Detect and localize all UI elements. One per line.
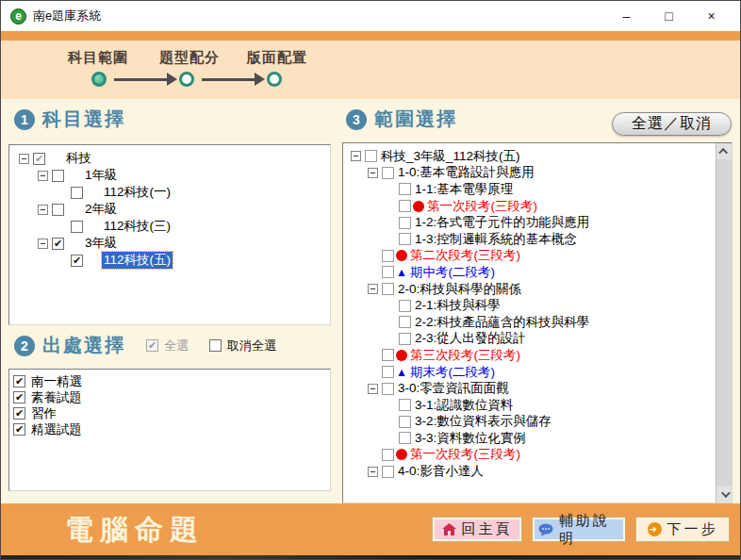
tree-item-label[interactable]: 第一次段考(三段考) (408, 446, 522, 463)
tree-item-label[interactable]: 期中考(二段考) (408, 264, 497, 281)
range-tree-row[interactable]: ▲期末考(二段考) (347, 364, 712, 381)
tree-item-label[interactable]: 2-2:科技產品蘊含的科技與科學 (413, 314, 591, 331)
maximize-button[interactable]: □ (648, 1, 690, 31)
range-tree-row[interactable]: 2-1:科技與科學 (347, 297, 712, 314)
tree-item-label[interactable]: 1-1:基本電學原理 (413, 181, 515, 198)
select-toggle-all-button[interactable]: 全選／取消 (612, 112, 732, 136)
tree-item-checkbox[interactable] (399, 333, 411, 345)
source-item-label[interactable]: 習作 (29, 405, 58, 422)
scroll-up-icon[interactable] (716, 143, 733, 159)
tree-item-checkbox[interactable] (382, 266, 394, 278)
source-list-item[interactable]: 精選試題 (13, 421, 326, 437)
tree-item-label[interactable]: 2-3:從人出發的設計 (413, 330, 528, 347)
tree-item-label[interactable]: 2年級 (83, 201, 120, 218)
tree-item-checkbox[interactable] (382, 366, 394, 378)
range-tree-row[interactable]: 1-3:控制邏輯系統的基本概念 (347, 231, 712, 248)
tree-expand-toggle-icon[interactable] (368, 284, 378, 294)
tree-item-checkbox[interactable] (399, 200, 411, 212)
tree-item-label[interactable]: 1-0:基本電路設計與應用 (396, 164, 536, 181)
tree-item-checkbox[interactable] (71, 187, 83, 199)
deselect-all-checkbox[interactable]: 取消全選 (209, 338, 276, 354)
tree-item-label[interactable]: 3年級 (83, 235, 120, 252)
tree-item-label[interactable]: 期末考(二段考) (408, 364, 497, 381)
source-item-checkbox[interactable] (13, 423, 25, 436)
source-list-item[interactable]: 素養試題 (13, 389, 326, 405)
tree-item-checkbox[interactable] (382, 466, 394, 478)
range-tree-row[interactable]: 1-1:基本電學原理 (347, 181, 712, 198)
tree-expand-toggle-icon[interactable] (368, 467, 378, 477)
scroll-down-icon[interactable] (716, 486, 733, 502)
tree-expand-toggle-icon[interactable] (38, 239, 48, 249)
subject-tree-row[interactable]: 112科技(三) (11, 218, 328, 235)
select-all-checkbox[interactable]: 全選 (146, 338, 189, 354)
subject-tree-row[interactable]: 2年級 (11, 201, 328, 218)
tree-item-checkbox[interactable] (382, 349, 394, 361)
tree-item-checkbox[interactable] (71, 221, 83, 233)
tree-item-checkbox[interactable] (382, 250, 394, 262)
help-button[interactable]: 輔助說明 (532, 517, 626, 542)
source-item-label[interactable]: 素養試題 (29, 389, 84, 406)
tree-expand-toggle-icon[interactable] (368, 168, 378, 178)
tree-item-checkbox[interactable] (382, 383, 394, 395)
range-tree-row[interactable]: 2-0:科技與科學的關係 (347, 281, 712, 298)
range-tree-row[interactable]: 2-2:科技產品蘊含的科技與科學 (347, 314, 712, 331)
source-item-label[interactable]: 精選試題 (29, 421, 84, 438)
tree-expand-toggle-icon[interactable] (368, 384, 378, 394)
range-tree-row[interactable]: 3-0:零壹資訊面面觀 (347, 380, 712, 397)
tree-item-checkbox[interactable] (399, 217, 411, 229)
range-tree-row[interactable]: 3-2:數位資料表示與儲存 (347, 414, 712, 431)
source-item-label[interactable]: 南一精選 (29, 373, 84, 390)
subject-tree-row[interactable]: 科技 (11, 150, 328, 167)
range-tree-row[interactable]: 1-0:基本電路設計與應用 (347, 165, 712, 182)
range-tree-row[interactable]: 第二次段考(三段考) (347, 248, 712, 265)
tree-expand-toggle-icon[interactable] (38, 205, 48, 215)
tree-expand-toggle-icon[interactable] (38, 171, 48, 181)
tree-item-label[interactable]: 1-3:控制邏輯系統的基本概念 (413, 231, 579, 248)
subject-tree-row[interactable]: 112科技(五) (11, 252, 328, 269)
source-item-checkbox[interactable] (13, 375, 25, 387)
range-tree-row[interactable]: 第一次段考(三段考) (347, 447, 712, 464)
range-tree-row[interactable]: 3-1:認識數位資料 (347, 397, 712, 414)
minimize-button[interactable]: – (605, 1, 648, 31)
source-list-item[interactable]: 習作 (13, 405, 326, 421)
tree-item-checkbox[interactable] (399, 432, 411, 444)
range-tree-row[interactable]: 4-0:影音小達人 (347, 463, 712, 480)
tree-item-label[interactable]: 112科技(三) (102, 218, 173, 235)
vertical-scrollbar[interactable] (716, 143, 732, 502)
tree-item-label[interactable]: 科技_3年級_112科技(五) (379, 148, 522, 165)
tree-item-label[interactable]: 第二次段考(三段考) (408, 247, 522, 264)
subject-tree-row[interactable]: 112科技(一) (11, 184, 328, 201)
subject-tree-row[interactable]: 3年級 (11, 235, 328, 252)
next-step-button[interactable]: ➜ 下一步 (635, 517, 730, 542)
range-tree-row[interactable]: 第一次段考(三段考) (347, 198, 712, 215)
tree-item-checkbox[interactable] (52, 238, 64, 250)
tree-item-checkbox[interactable] (382, 167, 394, 179)
tree-item-checkbox[interactable] (399, 399, 411, 411)
tree-item-label[interactable]: 4-0:影音小達人 (396, 463, 486, 480)
tree-item-label[interactable]: 3-0:零壹資訊面面觀 (396, 380, 511, 397)
tree-item-checkbox[interactable] (399, 316, 411, 328)
select-all-checkbox-icon[interactable] (146, 339, 158, 352)
tree-item-label[interactable]: 第一次段考(三段考) (425, 198, 539, 215)
range-tree-row[interactable]: 第三次段考(三段考) (347, 347, 712, 364)
range-tree-row[interactable]: ▲期中考(二段考) (347, 264, 712, 281)
tree-item-label[interactable]: 112科技(五) (102, 252, 173, 269)
tree-item-checkbox[interactable] (382, 283, 394, 295)
range-tree-row[interactable]: 2-3:從人出發的設計 (347, 331, 712, 348)
tree-item-checkbox[interactable] (33, 153, 45, 165)
home-button[interactable]: 回主頁 (432, 517, 522, 542)
range-tree-row[interactable]: 1-2:各式電子元件的功能與應用 (347, 214, 712, 231)
tree-item-checkbox[interactable] (365, 150, 377, 162)
tree-item-checkbox[interactable] (71, 255, 83, 267)
tree-item-label[interactable]: 3-1:認識數位資料 (413, 397, 515, 414)
source-list-item[interactable]: 南一精選 (13, 373, 326, 389)
tree-expand-toggle-icon[interactable] (19, 154, 29, 164)
tree-item-label[interactable]: 112科技(一) (102, 184, 173, 201)
tree-item-label[interactable]: 2-0:科技與科學的關係 (396, 281, 523, 298)
tree-item-checkbox[interactable] (382, 449, 394, 461)
tree-item-checkbox[interactable] (399, 300, 411, 312)
close-button[interactable]: × (690, 1, 733, 31)
subject-tree-row[interactable]: 1年級 (11, 167, 328, 184)
tree-item-checkbox[interactable] (399, 183, 411, 195)
tree-item-label[interactable]: 1年級 (83, 167, 120, 184)
